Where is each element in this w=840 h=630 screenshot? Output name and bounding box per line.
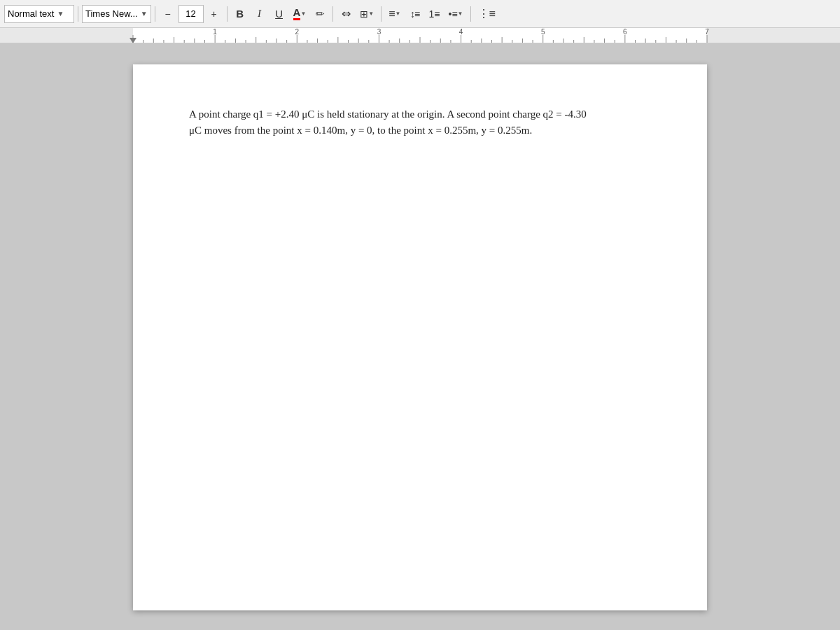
separator-1 xyxy=(78,6,78,22)
separator-6 xyxy=(470,6,471,22)
align-icon: ≡ xyxy=(388,8,395,20)
font-dropdown[interactable]: Times New... ▼ xyxy=(82,5,151,23)
italic-icon: I xyxy=(258,8,261,20)
more-options-button[interactable]: ⋮≡ xyxy=(475,5,499,23)
bold-icon: B xyxy=(236,8,244,20)
link-icon: ⇔ xyxy=(342,7,351,20)
bold-button[interactable]: B xyxy=(231,5,249,23)
font-dropdown-label: Times New... xyxy=(85,8,138,19)
document-page[interactable]: A point charge q1 = +2.40 μC is held sta… xyxy=(133,64,707,610)
more-options-icon: ⋮≡ xyxy=(478,7,496,20)
align-button[interactable]: ≡ ▼ xyxy=(385,5,404,23)
style-dropdown-arrow: ▼ xyxy=(57,10,64,18)
insert-dropdown-arrow: ▼ xyxy=(368,10,374,17)
ruler-canvas xyxy=(0,28,840,43)
ruler xyxy=(0,28,840,43)
bulleted-list-button[interactable]: •≡ ▼ xyxy=(445,5,467,23)
font-color-button[interactable]: A ▼ xyxy=(290,5,310,23)
minus-icon: − xyxy=(164,8,170,20)
insert-button[interactable]: ⊞ ▼ xyxy=(356,5,377,23)
line-spacing-icon: ↕≡ xyxy=(410,8,419,20)
font-color-dropdown-arrow: ▼ xyxy=(300,10,306,17)
bulleted-list-icon: •≡ xyxy=(449,8,458,20)
font-color-icon: A xyxy=(293,7,301,20)
pencil-icon: ✏ xyxy=(316,8,325,20)
separator-5 xyxy=(381,6,382,22)
underline-icon: U xyxy=(275,8,283,20)
insert-icon: ⊞ xyxy=(360,8,368,20)
italic-button[interactable]: I xyxy=(251,5,269,23)
style-dropdown[interactable]: Normal text ▼ xyxy=(4,5,74,23)
document-area[interactable]: A point charge q1 = +2.40 μC is held sta… xyxy=(0,43,840,630)
font-size-value: 12 xyxy=(186,8,195,19)
document-paragraph[interactable]: A point charge q1 = +2.40 μC is held sta… xyxy=(189,106,651,138)
font-dropdown-arrow: ▼ xyxy=(141,10,148,18)
plus-icon: + xyxy=(211,8,216,20)
font-size-decrease-button[interactable]: − xyxy=(159,5,177,23)
line-spacing-button[interactable]: ↕≡ xyxy=(406,5,424,23)
toolbar: Normal text ▼ Times New... ▼ − 12 + B I … xyxy=(0,0,840,28)
list-dropdown-arrow: ▼ xyxy=(458,10,463,17)
document-text-line1: A point charge q1 = +2.40 μC is held sta… xyxy=(189,108,587,120)
link-button[interactable]: ⇔ xyxy=(337,5,355,23)
underline-button[interactable]: U xyxy=(270,5,288,23)
font-size-input[interactable]: 12 xyxy=(178,5,204,23)
style-dropdown-label: Normal text xyxy=(8,8,54,19)
separator-3 xyxy=(227,6,227,22)
separator-4 xyxy=(332,6,333,22)
font-size-increase-button[interactable]: + xyxy=(205,5,223,23)
separator-2 xyxy=(155,6,155,22)
highlight-button[interactable]: ✏ xyxy=(311,5,329,23)
document-text-line2: μC moves from the point x = 0.140m, y = … xyxy=(189,125,532,136)
align-dropdown-arrow: ▼ xyxy=(396,10,401,17)
numbered-list-icon: 1≡ xyxy=(429,8,440,20)
numbered-list-button[interactable]: 1≡ xyxy=(426,5,444,23)
document-content[interactable]: A point charge q1 = +2.40 μC is held sta… xyxy=(189,106,651,138)
